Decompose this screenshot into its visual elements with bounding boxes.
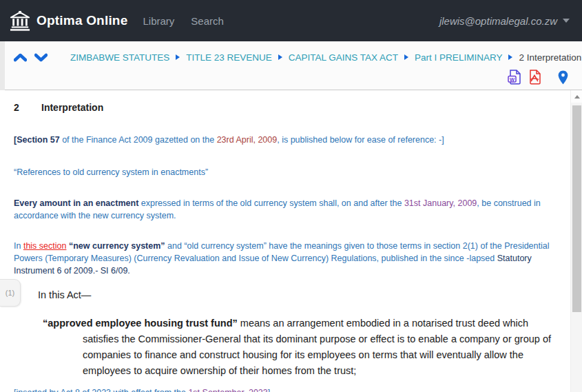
vertical-scrollbar[interactable]	[570, 90, 582, 392]
section-ref: [Section 57	[14, 135, 60, 145]
subsection-margin-tab[interactable]: (1)	[0, 279, 21, 307]
next-section-button[interactable]	[32, 50, 50, 64]
previous-section-button[interactable]	[11, 50, 29, 64]
breadcrumb-separator-icon	[176, 54, 180, 60]
word-export-button[interactable]: W	[508, 70, 521, 85]
location-pin-icon	[558, 70, 568, 85]
document-body: 2Interpretation [Section 57 of the Finan…	[0, 102, 570, 392]
scroll-up-arrow-icon	[574, 95, 580, 99]
word-file-icon: W	[508, 70, 521, 85]
bank-logo-icon	[10, 10, 30, 31]
export-toolbar: W	[501, 70, 568, 85]
document-pane: 2Interpretation [Section 57 of the Finan…	[0, 90, 570, 392]
chevron-up-icon	[14, 53, 27, 62]
breadcrumb-item-zimbabwe-statutes[interactable]: ZIMBABWE STATUTES	[70, 52, 169, 63]
doc-paragraph-definitions-ref: In this section “new currency system” an…	[14, 240, 554, 277]
app-header: Optima Online Library Search jlewis@opti…	[0, 0, 582, 41]
breadcrumb-item-capital-gains-tax-act[interactable]: CAPITAL GAINS TAX ACT	[289, 52, 398, 63]
doc-paragraph-in-this-act: In this Act—	[38, 287, 554, 303]
breadcrumb-separator-icon	[508, 54, 512, 60]
chevron-down-icon	[34, 53, 48, 62]
section-title: Interpretation	[41, 102, 103, 113]
breadcrumb-separator-icon	[278, 54, 282, 60]
section-number: 2	[14, 102, 41, 113]
user-menu[interactable]: jlewis@optimalegal.co.zw	[439, 0, 570, 41]
subsection-marker: (1)	[6, 289, 14, 297]
doc-paragraph-quote-heading: “References to old currency system in en…	[14, 166, 554, 178]
breadcrumb: ZIMBABWE STATUTES TITLE 23 REVENUE CAPIT…	[70, 52, 581, 63]
doc-paragraph-finance-act-note: [Section 57 of the Finance Act 2009 gaze…	[14, 134, 554, 146]
defined-term: “new currency system”	[69, 241, 165, 251]
this-section-link[interactable]: this section	[23, 241, 67, 251]
doc-paragraph-amendment-note: [inserted by Act 8 of 2023 with effect f…	[14, 386, 554, 392]
breadcrumb-separator-icon	[404, 54, 408, 60]
breadcrumb-item-part-i-preliminary[interactable]: Part I PRELIMINARY	[415, 52, 502, 63]
breadcrumb-current: 2 Interpretation	[519, 52, 581, 63]
scroll-up-button[interactable]	[571, 90, 582, 103]
date-text: 23rd April, 2009	[217, 135, 278, 145]
main-nav: Library Search	[143, 15, 223, 27]
pdf-file-icon	[528, 70, 541, 85]
user-email: jlewis@optimalegal.co.zw	[439, 15, 557, 27]
scrollbar-thumb[interactable]	[572, 105, 581, 312]
location-pin-button[interactable]	[558, 70, 568, 85]
brand-title: Optima Online	[37, 13, 127, 28]
pdf-export-button[interactable]	[528, 70, 541, 85]
nav-item-search[interactable]: Search	[191, 15, 224, 27]
doc-paragraph-currency-rule: Every amount in an enactment expressed i…	[14, 197, 554, 222]
svg-text:W: W	[510, 76, 515, 83]
caret-down-icon	[563, 19, 570, 23]
date-text: 1st September, 2023	[188, 388, 267, 392]
subheader-bar: ZIMBABWE STATUTES TITLE 23 REVENUE CAPIT…	[0, 41, 582, 90]
nav-item-library[interactable]: Library	[143, 15, 174, 27]
emphasis-text: Every amount in an enactment	[14, 198, 138, 208]
doc-paragraph-definition: “approved employee housing trust fund” m…	[14, 316, 554, 379]
defined-term: “approved employee housing trust fund”	[43, 318, 238, 329]
breadcrumb-row: ZIMBABWE STATUTES TITLE 23 REVENUE CAPIT…	[11, 50, 581, 64]
brand-home-link[interactable]: Optima Online	[10, 10, 127, 31]
section-heading: 2Interpretation	[14, 102, 554, 113]
date-text: 31st January, 2009	[404, 198, 477, 208]
breadcrumb-item-title-23-revenue[interactable]: TITLE 23 REVENUE	[186, 52, 272, 63]
